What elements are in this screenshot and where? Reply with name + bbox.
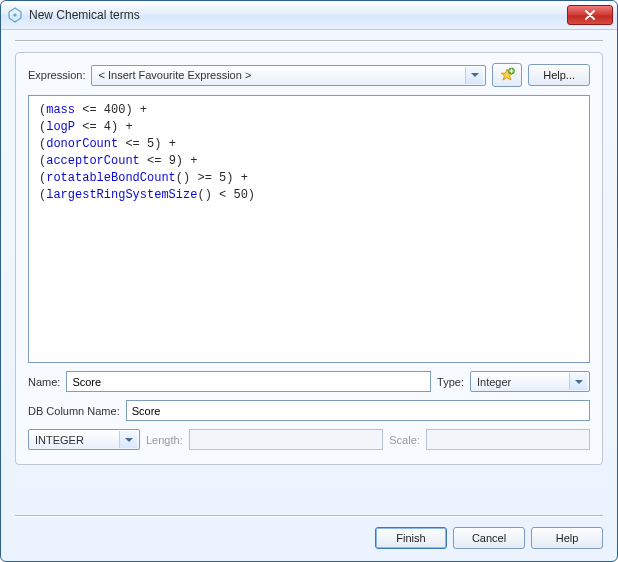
dbtype-dropdown[interactable]: INTEGER xyxy=(28,429,140,450)
cancel-label: Cancel xyxy=(472,532,506,544)
help-expressions-button[interactable]: Help... xyxy=(528,64,590,86)
window-title: New Chemical terms xyxy=(29,8,567,22)
name-value: Score xyxy=(72,376,101,388)
finish-label: Finish xyxy=(396,532,425,544)
close-button[interactable] xyxy=(567,5,613,25)
cancel-button[interactable]: Cancel xyxy=(453,527,525,549)
main-panel: Expression: < Insert Favourite Expressio… xyxy=(15,52,603,465)
app-icon xyxy=(7,7,23,23)
dbcolumn-label: DB Column Name: xyxy=(28,405,120,417)
expression-label: Expression: xyxy=(28,69,85,81)
type-label: Type: xyxy=(437,376,464,388)
expression-editor[interactable]: (mass <= 400) +(logP <= 4) +(donorCount … xyxy=(28,95,590,363)
dbcolumn-input[interactable]: Score xyxy=(126,400,590,421)
editor-line: (mass <= 400) + xyxy=(39,102,579,119)
dbcolumn-row: DB Column Name: Score xyxy=(28,400,590,421)
expression-row: Expression: < Insert Favourite Expressio… xyxy=(28,63,590,87)
add-favourite-button[interactable] xyxy=(492,63,522,87)
length-input xyxy=(189,429,384,450)
footer: Finish Cancel Help xyxy=(1,505,617,561)
editor-line: (donorCount <= 5) + xyxy=(39,136,579,153)
name-type-row: Name: Score Type: Integer xyxy=(28,371,590,392)
expression-dropdown[interactable]: < Insert Favourite Expression > xyxy=(91,65,486,86)
close-icon xyxy=(585,10,595,20)
help-expressions-label: Help... xyxy=(543,69,575,81)
content-area: Expression: < Insert Favourite Expressio… xyxy=(1,30,617,505)
footer-buttons: Finish Cancel Help xyxy=(15,527,603,549)
editor-line: (acceptorCount <= 9) + xyxy=(39,153,579,170)
expression-dropdown-text: < Insert Favourite Expression > xyxy=(98,69,465,81)
editor-line: (largestRingSystemSize() < 50) xyxy=(39,187,579,204)
svg-point-1 xyxy=(13,13,16,16)
scale-input xyxy=(426,429,590,450)
editor-line: (rotatableBondCount() >= 5) + xyxy=(39,170,579,187)
dbcolumn-value: Score xyxy=(132,405,161,417)
chevron-down-icon xyxy=(569,373,587,390)
titlebar: New Chemical terms xyxy=(1,1,617,30)
chevron-down-icon xyxy=(465,67,483,84)
help-button[interactable]: Help xyxy=(531,527,603,549)
length-label: Length: xyxy=(146,434,183,446)
divider xyxy=(15,515,603,517)
dialog-window: New Chemical terms Expression: < Insert … xyxy=(0,0,618,562)
type-value: Integer xyxy=(477,376,569,388)
divider xyxy=(15,40,603,42)
dbtype-value: INTEGER xyxy=(35,434,119,446)
chevron-down-icon xyxy=(119,431,137,448)
type-dropdown[interactable]: Integer xyxy=(470,371,590,392)
help-label: Help xyxy=(556,532,579,544)
scale-label: Scale: xyxy=(389,434,420,446)
finish-button[interactable]: Finish xyxy=(375,527,447,549)
name-input[interactable]: Score xyxy=(66,371,431,392)
editor-line: (logP <= 4) + xyxy=(39,119,579,136)
dbtype-row: INTEGER Length: Scale: xyxy=(28,429,590,450)
favourite-add-icon xyxy=(499,67,515,83)
name-label: Name: xyxy=(28,376,60,388)
